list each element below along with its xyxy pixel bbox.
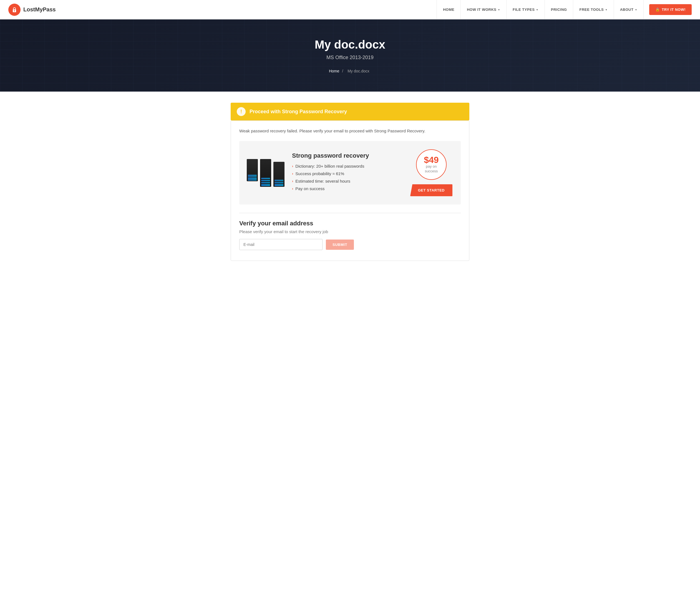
server-unit-3 <box>273 159 285 187</box>
nav-file-types[interactable]: FILE TYPES ▼ <box>506 0 545 19</box>
chevron-down-icon: ▼ <box>536 9 538 11</box>
service-title: Strong password recovery <box>292 152 402 159</box>
nav-home[interactable]: HOME <box>437 0 461 19</box>
nav-about[interactable]: ABOUT ▼ <box>614 0 644 19</box>
email-section: Verify your email address Please verify … <box>239 220 461 253</box>
feature-item: › Success probability ≈ 61% <box>292 171 402 176</box>
price-amount: $49 <box>424 155 439 164</box>
email-section-subtitle: Please verify your email to start the re… <box>239 229 461 234</box>
chevron-right-icon: › <box>292 171 293 176</box>
server-block <box>247 159 258 181</box>
section-divider <box>239 213 461 213</box>
email-section-title: Verify your email address <box>239 220 461 227</box>
server-unit-2 <box>260 159 271 187</box>
get-started-button[interactable]: GET STARTED <box>410 184 452 196</box>
feature-item: › Pay on success <box>292 186 402 191</box>
server-block <box>273 162 285 187</box>
service-features: › Dictionary: 20+ billion real passwords… <box>292 164 402 191</box>
email-form: SUBMIT <box>239 239 461 250</box>
server-block <box>260 159 271 187</box>
breadcrumb-separator: / <box>342 69 344 73</box>
hero-content: My doc.docx MS Office 2013-2019 Home / M… <box>315 38 385 73</box>
page-title: My doc.docx <box>315 38 385 51</box>
hero-subtitle: MS Office 2013-2019 <box>315 55 385 60</box>
main-content: ! Proceed with Strong Password Recovery … <box>225 103 475 261</box>
try-now-button[interactable]: 🔒 TRY IT NOW! <box>649 4 692 15</box>
nav-free-tools[interactable]: FREE TOOLS ▼ <box>573 0 614 19</box>
chevron-down-icon: ▼ <box>635 9 637 11</box>
logo-icon <box>8 4 20 16</box>
server-image <box>248 159 284 187</box>
fail-message: Weak password recovery failed. Please ve… <box>239 129 461 133</box>
alert-icon: ! <box>237 107 246 116</box>
price-label: pay onsuccess <box>424 164 438 174</box>
logo-link[interactable]: LostMyPass <box>8 4 56 16</box>
chevron-right-icon: › <box>292 179 293 183</box>
service-details: Strong password recovery › Dictionary: 2… <box>292 152 402 194</box>
chevron-down-icon: ▼ <box>605 9 607 11</box>
nav-pricing[interactable]: PRICING <box>545 0 573 19</box>
nav-how-it-works[interactable]: HOW IT WORKS ▼ <box>461 0 506 19</box>
chevron-down-icon: ▼ <box>498 9 500 11</box>
alert-text: Proceed with Strong Password Recovery <box>250 109 347 115</box>
breadcrumb: Home / My doc.docx <box>315 69 385 73</box>
card-body: Weak password recovery failed. Please ve… <box>231 121 469 261</box>
price-area: $49 pay onsuccess GET STARTED <box>410 149 452 196</box>
breadcrumb-current: My doc.docx <box>348 69 369 73</box>
navbar: LostMyPass HOME HOW IT WORKS ▼ FILE TYPE… <box>0 0 700 19</box>
breadcrumb-home-link[interactable]: Home <box>329 69 339 73</box>
price-circle: $49 pay onsuccess <box>416 149 447 180</box>
chevron-right-icon: › <box>292 164 293 168</box>
main-card: Weak password recovery failed. Please ve… <box>231 120 469 261</box>
service-box: Strong password recovery › Dictionary: 2… <box>239 141 461 205</box>
chevron-right-icon: › <box>292 187 293 191</box>
feature-item: › Dictionary: 20+ billion real passwords <box>292 164 402 168</box>
logo-text: LostMyPass <box>23 6 56 13</box>
alert-banner: ! Proceed with Strong Password Recovery <box>231 103 469 120</box>
submit-button[interactable]: SUBMIT <box>326 240 354 250</box>
hero-section: My doc.docx MS Office 2013-2019 Home / M… <box>0 19 700 92</box>
server-unit-1 <box>247 159 258 187</box>
email-input[interactable] <box>239 239 322 250</box>
nav-links: HOME HOW IT WORKS ▼ FILE TYPES ▼ PRICING… <box>437 0 644 19</box>
svg-point-1 <box>14 10 15 11</box>
feature-item: › Estimated time: several hours <box>292 179 402 184</box>
lock-icon: 🔒 <box>655 7 660 12</box>
